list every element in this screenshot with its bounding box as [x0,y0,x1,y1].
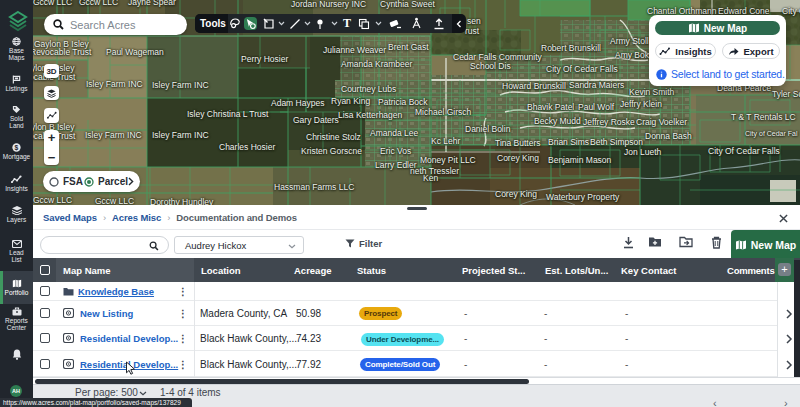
svg-text:$: $ [15,144,19,152]
